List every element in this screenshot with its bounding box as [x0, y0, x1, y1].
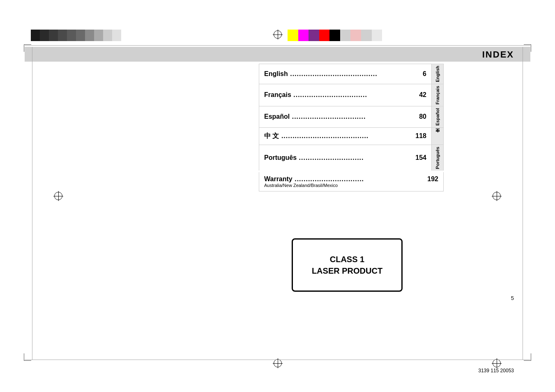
index-label-chinese: 中 文 — [264, 132, 279, 141]
list-item: English ................................… — [259, 64, 444, 84]
laser-line1: CLASS 1 — [312, 254, 382, 265]
reg-mark-top-center — [273, 30, 283, 39]
page-number: 5 — [511, 295, 514, 301]
index-item-text-francais: Français ...............................… — [259, 84, 432, 106]
list-item: Español ................................… — [259, 106, 444, 127]
list-item-warranty: Warranty ...............................… — [259, 172, 444, 191]
index-item-text-english: English ................................… — [259, 64, 432, 84]
list-item: Português ............................. … — [259, 145, 444, 171]
laser-product-text: CLASS 1 LASER PRODUCT — [312, 254, 382, 277]
index-tab-chinese: 中文 — [432, 128, 443, 145]
list-item: Français ...............................… — [259, 84, 444, 106]
index-dots-espanol: ................................. — [290, 113, 419, 120]
reg-mark-side-right — [492, 191, 502, 201]
color-bar-right — [288, 30, 382, 41]
index-page-portugues: 154 — [415, 154, 426, 161]
index-item-text-chinese: 中 文 ....................................… — [259, 128, 432, 145]
index-label-english: English — [264, 70, 288, 78]
doc-number: 3139 115 20053 — [478, 368, 514, 374]
reg-mark-side-left — [53, 191, 63, 201]
corner-tr — [524, 44, 531, 52]
warranty-page: 192 — [427, 175, 438, 183]
h-line-top — [25, 45, 530, 46]
warranty-dots: ............................... — [292, 175, 428, 183]
index-label-espanol: Español — [264, 113, 290, 120]
corner-tl — [24, 44, 31, 52]
index-page-francais: 42 — [419, 91, 426, 99]
index-dots-english: ....................................... — [288, 70, 423, 78]
index-page-espanol: 80 — [419, 113, 426, 120]
index-title: INDEX — [482, 49, 514, 60]
index-panel: English ................................… — [259, 64, 444, 191]
index-dots-francais: ................................. — [291, 91, 419, 99]
color-bar-left — [31, 30, 121, 41]
index-label-portugues: Português — [264, 154, 297, 161]
page: INDEX English ..........................… — [0, 0, 555, 392]
index-item-text-portugues: Português ............................. … — [259, 145, 432, 171]
warranty-subtitle: Australia/New Zealand/Brasil/Mexico — [264, 183, 438, 188]
corner-bl — [24, 353, 31, 361]
index-tab-english: English — [432, 64, 443, 84]
list-item: 中 文 ....................................… — [259, 127, 444, 145]
warranty-label: Warranty — [264, 175, 292, 183]
gray-header-band — [25, 47, 530, 62]
laser-line2: LASER PRODUCT — [312, 265, 382, 277]
index-dots-portugues: ............................. — [297, 154, 415, 161]
index-tab-portugues: Português — [432, 145, 443, 171]
index-item-text-espanol: Español ................................… — [259, 106, 432, 127]
laser-product-box: CLASS 1 LASER PRODUCT — [292, 238, 403, 292]
corner-br — [524, 353, 531, 361]
index-tab-francais: Français — [432, 84, 443, 106]
index-dots-chinese: ....................................... — [279, 132, 415, 140]
index-label-francais: Français — [264, 91, 291, 99]
h-line-bottom — [25, 360, 530, 360]
index-tab-espanol: Español — [432, 106, 443, 127]
v-line-left — [32, 47, 32, 360]
index-page-chinese: 118 — [415, 132, 426, 140]
v-line-right — [523, 47, 523, 360]
index-page-english: 6 — [423, 70, 426, 78]
